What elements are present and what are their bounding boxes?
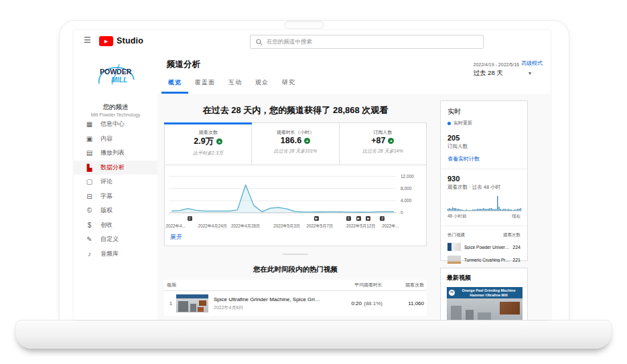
sidebar-menu-item[interactable]: ▢ 评论 (74, 175, 157, 189)
search-icon (256, 39, 263, 46)
video-title: Turmeric Crushing Producti... (464, 258, 510, 262)
sidebar-item-label: 播放列表 (100, 149, 125, 157)
views-cell: 11,060 (382, 300, 424, 306)
video-publish-marker[interactable]: ▶ (356, 216, 361, 221)
realtime-video-row[interactable]: Spice Powder Universal Cru... 224 (447, 243, 520, 251)
your-channel-label: 您的频道 (74, 103, 157, 112)
analytics-tab[interactable]: 概览 (161, 75, 188, 94)
trend-up-icon: ▴ (304, 138, 310, 144)
overview-card: 观看次数 2.9万▴ 比平时多2.3万 观看时长（小时） 186.6▴ 比过去 … (164, 122, 427, 246)
live-label: 实时更新 (454, 120, 472, 126)
realtime-card: 实时 实时更新 205 订阅人数 查看实时计数 930 观看次数 · 过去 48… (440, 100, 528, 261)
date-range-picker[interactable]: 2022/4/19 - 2022/5/16 过去 28 天 ▾ (473, 62, 533, 78)
y-tick-label: 4,000 (401, 198, 411, 203)
video-title: Spice Powder Universal Cru... (464, 245, 510, 250)
stat-compare: 比过去 28 天多14% (340, 148, 426, 155)
sidebar-menu-item[interactable]: ▙ 数据分析 (74, 161, 157, 175)
video-publish-marker[interactable]: 2 (380, 216, 385, 221)
avg-duration-cell: 0:20(88.1%) (322, 300, 382, 306)
sidebar-item-label: 版权 (100, 206, 113, 215)
views-headline: 在过去 28 天内，您的频道获得了 28,868 次观看 (157, 104, 433, 116)
latest-videos-card: 最新视频 PM Orange Peel Grinding Machine Ham… (440, 268, 528, 320)
video-title[interactable]: Spice Ultrafine Grinder Machine, Spice G… (214, 296, 322, 302)
sidebar-menu: ▦ 信息中心 ▣ 内容 ▤ 播放列表 ▙ 数据分析 ▢ 评论 (74, 117, 157, 261)
sidebar-item-label: 数据分析 (100, 163, 125, 172)
latest-videos-title: 最新视频 (447, 274, 521, 282)
analytics-tabs: 概览覆盖面互动观众研究 (161, 75, 302, 94)
realtime-video-row[interactable]: Turmeric Crushing Producti... 221 (447, 256, 520, 264)
stat-card[interactable]: 观看次数 2.9万▴ 比平时多2.3万 (165, 123, 252, 165)
comments-icon: ▢ (85, 178, 94, 185)
realtime-views: 930 (447, 175, 520, 183)
sidebar-menu-item[interactable]: ▣ 内容 (74, 132, 157, 147)
chart-expand-link[interactable]: 展开 (170, 233, 182, 242)
analytics-tab[interactable]: 覆盖面 (188, 75, 222, 94)
realtime-bar-chart (447, 195, 522, 211)
date-period-text: 过去 28 天 (473, 69, 519, 78)
video-publish-marker[interactable]: 2 (188, 216, 192, 221)
sidebar-menu-item[interactable]: ▤ 播放列表 (74, 146, 157, 161)
stat-label: 观看时长（小时） (252, 129, 338, 136)
page-title: 频道分析 (167, 59, 200, 70)
views-chart: 12,0008,0004,0000 2▶2▶▶2 2022年4...2022年4… (165, 165, 426, 246)
top-videos-label: 热门视频 (447, 232, 465, 238)
table-row[interactable]: 1 Spice Ultrafine Grinder Machine, Spice… (164, 291, 427, 316)
axis-left-label: 48 小时前 (447, 213, 467, 219)
monetization-icon: $ (85, 221, 94, 229)
video-publish-marker[interactable]: ▶ (314, 216, 319, 221)
sidebar-menu-item[interactable]: $ 创收 (74, 218, 157, 233)
sidebar-menu-item[interactable]: ✎ 自定义 (74, 232, 157, 247)
stat-value: +87 (371, 136, 385, 145)
chevron-down-icon: ▾ (529, 70, 531, 76)
sidebar-menu-item[interactable]: ▦ 信息中心 (74, 117, 157, 132)
video-thumbnail (447, 256, 461, 264)
sidebar-item-label: 自定义 (100, 235, 119, 244)
divider (441, 169, 527, 169)
column-views: 观看次数 (382, 282, 424, 288)
sidebar-menu-item[interactable]: © 版权 (74, 203, 157, 218)
search-placeholder: 在您的频道中搜索 (267, 38, 312, 46)
video-thumbnail (176, 294, 208, 312)
hamburger-menu-icon[interactable]: ☰ (84, 35, 91, 45)
video-thumbnail (447, 243, 461, 251)
table-body: 1 Spice Ultrafine Grinder Machine, Spice… (164, 291, 427, 316)
video-views: 224 (512, 245, 520, 250)
page: ☰ ▶ Studio 在您的频道中搜索 POWDER MILL (0, 0, 627, 364)
axis-right-label: 现在 (512, 213, 520, 219)
sidebar-menu-item[interactable]: ♪ 音频库 (74, 247, 157, 262)
stat-compare: 比过去 28 天多101% (252, 148, 338, 155)
channel-name: Mill Powder Technology (74, 112, 157, 117)
analytics-tab[interactable]: 研究 (275, 75, 302, 94)
channel-logo[interactable]: POWDER MILL (74, 59, 157, 92)
stat-label: 订阅人数 (340, 129, 426, 136)
stat-card[interactable]: 观看时长（小时） 186.6▴ 比过去 28 天多101% (252, 123, 339, 165)
audio-library-icon: ♪ (85, 250, 94, 258)
stat-card[interactable]: 订阅人数 +87▴ 比过去 28 天多14% (340, 123, 426, 165)
latest-video-thumbnail[interactable]: PM Orange Peel Grinding Machine Hammer U… (447, 287, 522, 320)
analytics-tab[interactable]: 互动 (222, 75, 249, 94)
top-videos-heading: 您在此时间段内的热门视频 (157, 265, 433, 274)
sidebar-item-label: 创收 (100, 221, 113, 230)
topbar: ☰ ▶ Studio 在您的频道中搜索 (74, 30, 551, 53)
scroll-pill (283, 254, 308, 255)
realtime-title: 实时 (447, 107, 520, 116)
stat-compare: 比平时多2.3万 (165, 150, 251, 157)
date-range-text: 2022/4/19 - 2022/5/16 (473, 62, 519, 67)
studio-logo-text[interactable]: Studio (117, 36, 143, 46)
stat-value: 186.6 (281, 136, 301, 145)
column-video: 视频 (167, 282, 322, 288)
video-publish-marker[interactable]: ▶ (366, 216, 370, 221)
youtube-logo-icon[interactable]: ▶ (99, 36, 113, 46)
see-live-count-link[interactable]: 查看实时计数 (447, 155, 520, 163)
video-publish-marker[interactable]: 2 (346, 216, 351, 221)
analytics-tab[interactable]: 观众 (249, 75, 275, 94)
sidebar: POWDER MILL 您的频道 Mill Powder Technology … (74, 52, 158, 320)
subtitles-icon: ⊟ (85, 193, 94, 200)
search-input[interactable]: 在您的频道中搜索 (250, 35, 484, 49)
stats-row: 观看次数 2.9万▴ 比平时多2.3万 观看时长（小时） 186.6▴ 比过去 … (165, 123, 426, 165)
laptop-notch (284, 21, 324, 29)
laptop-base (15, 320, 612, 349)
sidebar-menu-item[interactable]: ⊟ 字幕 (74, 189, 157, 204)
row-rank: 1 (167, 300, 175, 306)
sidebar-item-label: 信息中心 (100, 120, 125, 128)
